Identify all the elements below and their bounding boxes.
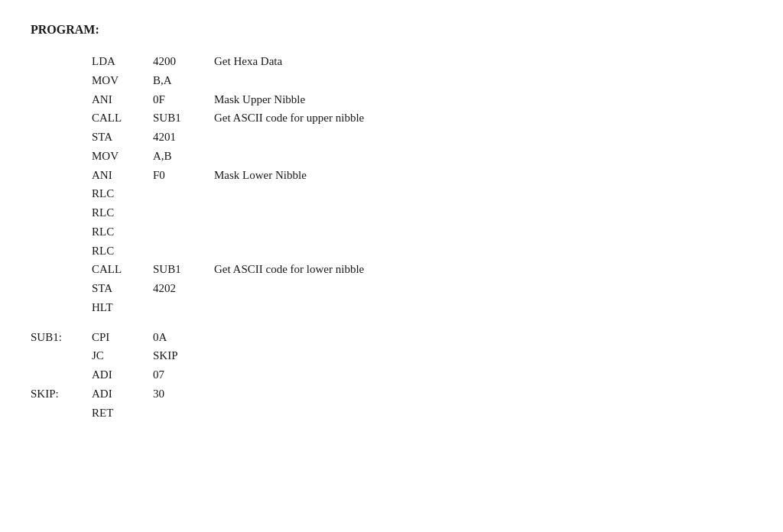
comment-col: Get ASCII code for lower nibble — [214, 260, 364, 279]
code-row: MOVA,B — [153, 147, 752, 166]
mnemonic-col: RLC — [92, 184, 153, 203]
mnemonic-col: RLC — [92, 242, 153, 261]
code-row: ANIF0Mask Lower Nibble — [153, 166, 752, 185]
code-row: RLC — [153, 203, 752, 222]
operand-col: 4200 — [153, 52, 214, 71]
code-row: MOVB,A — [153, 71, 752, 90]
mnemonic-col: CALL — [92, 260, 153, 279]
code-row: HLT — [153, 298, 752, 317]
label-col: SKIP: — [31, 384, 92, 404]
operand-col: 0A — [153, 328, 214, 347]
operand-col: F0 — [153, 166, 214, 185]
code-row: LDA4200Get Hexa Data — [153, 52, 752, 71]
code-row: SKIP:ADI30 — [153, 384, 752, 404]
mnemonic-col: CPI — [92, 328, 153, 347]
comment-col: Get ASCII code for upper nibble — [214, 109, 364, 128]
mnemonic-col: MOV — [92, 71, 153, 90]
code-row: SUB1:CPI0A — [153, 328, 752, 347]
comment-col: Mask Lower Nibble — [214, 166, 307, 185]
mnemonic-col: STA — [92, 128, 153, 147]
program-heading: PROGRAM: — [31, 23, 752, 37]
mnemonic-col: MOV — [92, 147, 153, 166]
operand-col: SKIP — [153, 346, 214, 365]
mnemonic-col: JC — [92, 346, 153, 365]
operand-col: 4201 — [153, 128, 214, 147]
mnemonic-col: ANI — [92, 166, 153, 185]
code-row: ANI0FMask Upper Nibble — [153, 90, 752, 109]
mnemonic-col: STA — [92, 279, 153, 298]
mnemonic-col: ANI — [92, 90, 153, 109]
code-row: JCSKIP — [153, 346, 752, 365]
operand-col: SUB1 — [153, 260, 214, 279]
mnemonic-col: CALL — [92, 109, 153, 128]
page-container: PROGRAM: LDA4200Get Hexa DataMOVB,AANI0F… — [31, 23, 752, 422]
code-row: RLC — [153, 222, 752, 242]
code-row: RET — [153, 404, 752, 423]
operand-col: SUB1 — [153, 109, 214, 128]
mnemonic-col: RLC — [92, 203, 153, 222]
code-row: CALLSUB1Get ASCII code for upper nibble — [153, 109, 752, 128]
mnemonic-col: HLT — [92, 298, 153, 317]
code-row: ADI07 — [153, 365, 752, 384]
code-table: LDA4200Get Hexa DataMOVB,AANI0FMask Uppe… — [153, 52, 752, 422]
operand-col: 30 — [153, 384, 214, 404]
spacer-row — [153, 317, 752, 328]
code-row: CALLSUB1Get ASCII code for lower nibble — [153, 260, 752, 279]
comment-col: Get Hexa Data — [214, 52, 282, 71]
operand-col: A,B — [153, 147, 214, 166]
operand-col: 07 — [153, 365, 214, 384]
code-row: RLC — [153, 184, 752, 203]
label-col: SUB1: — [31, 328, 92, 347]
mnemonic-col: RET — [92, 404, 153, 423]
operand-col: B,A — [153, 71, 214, 90]
operand-col: 0F — [153, 90, 214, 109]
comment-col: Mask Upper Nibble — [214, 90, 305, 109]
code-row: STA4201 — [153, 128, 752, 147]
mnemonic-col: LDA — [92, 52, 153, 71]
program-body: LDA4200Get Hexa DataMOVB,AANI0FMask Uppe… — [31, 52, 752, 422]
operand-col: 4202 — [153, 279, 214, 298]
code-row: STA4202 — [153, 279, 752, 298]
code-row: RLC — [153, 242, 752, 261]
mnemonic-col: RLC — [92, 222, 153, 242]
mnemonic-col: ADI — [92, 384, 153, 404]
mnemonic-col: ADI — [92, 365, 153, 384]
